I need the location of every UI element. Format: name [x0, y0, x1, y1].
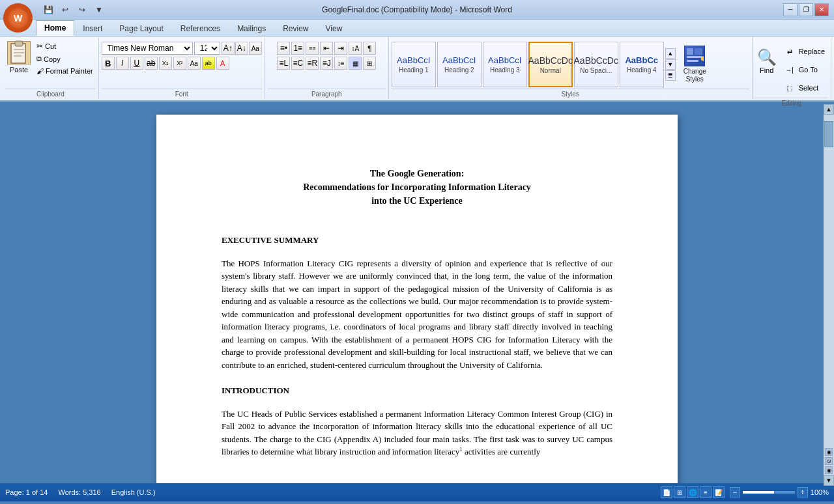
- replace-icon: ⇄: [783, 45, 796, 58]
- sort-button[interactable]: ↕A: [349, 42, 362, 55]
- styles-scroll-down[interactable]: ▼: [665, 59, 676, 70]
- window-title: GoogleFinal.doc (Compatibility Mode) - M…: [322, 5, 512, 14]
- restore-button[interactable]: ❐: [799, 3, 813, 16]
- superscript-button[interactable]: X²: [173, 57, 186, 70]
- zoom-slider-track[interactable]: [743, 491, 795, 494]
- undo-button[interactable]: ↩: [58, 3, 72, 16]
- increase-indent-button[interactable]: ⇥: [334, 42, 347, 55]
- style-heading2[interactable]: AaBbCcI Heading 2: [437, 42, 482, 87]
- styles-scroll-up[interactable]: ▲: [665, 48, 676, 59]
- italic-button[interactable]: I: [116, 57, 129, 70]
- tab-review[interactable]: Review: [274, 21, 317, 36]
- style-no-spacing-label: No Spaci...: [580, 67, 612, 74]
- format-painter-button[interactable]: 🖌 Format Painter: [34, 66, 96, 76]
- align-right-button[interactable]: ≡R: [306, 57, 319, 70]
- style-heading3[interactable]: AaBbCcI Heading 3: [483, 42, 527, 87]
- decrease-indent-button[interactable]: ⇤: [320, 42, 333, 55]
- underline-button[interactable]: U: [130, 57, 143, 70]
- outline-button[interactable]: ≡: [700, 486, 712, 498]
- tab-view[interactable]: View: [317, 21, 351, 36]
- scroll-select-object[interactable]: ⊙: [825, 457, 833, 465]
- tab-mailings[interactable]: Mailings: [229, 21, 274, 36]
- show-formatting-button[interactable]: ¶: [363, 42, 376, 55]
- change-case-button[interactable]: Aa: [188, 57, 201, 70]
- paste-button[interactable]: Paste: [5, 39, 33, 76]
- intro-paragraph-text: The UC Heads of Public Services establis…: [222, 409, 612, 457]
- styles-more[interactable]: ≣: [665, 70, 676, 81]
- decrease-font-size-button[interactable]: A↓: [235, 42, 248, 55]
- find-button[interactable]: 🔍 Find: [755, 42, 779, 81]
- justify-button[interactable]: ≡J: [320, 57, 333, 70]
- style-normal-text: AaBbCcDc: [528, 55, 573, 66]
- editing-group-label: Editing: [755, 98, 828, 107]
- close-button[interactable]: ✕: [814, 3, 829, 16]
- style-heading1-label: Heading 1: [399, 66, 429, 74]
- document-container: The Google Generation: Recommendations f…: [0, 102, 834, 483]
- go-to-button[interactable]: →| Go To: [780, 61, 828, 78]
- select-label: Select: [799, 84, 819, 92]
- editing-group: 🔍 Find ⇄ Replace →| Go To ⬚ Select Editi…: [753, 38, 831, 99]
- tab-insert[interactable]: Insert: [74, 21, 111, 36]
- scroll-down-button[interactable]: ▼: [824, 475, 834, 486]
- select-button[interactable]: ⬚ Select: [780, 79, 828, 96]
- zoom-level: 100%: [811, 488, 829, 496]
- borders-button[interactable]: ⊞: [363, 57, 376, 70]
- save-button[interactable]: 💾: [41, 3, 55, 16]
- line-spacing-button[interactable]: ↕≡: [334, 57, 347, 70]
- style-heading2-text: AaBbCcI: [442, 55, 476, 65]
- font-color-button[interactable]: A: [216, 57, 229, 70]
- svg-rect-3: [14, 52, 24, 53]
- title-bar: 💾 ↩ ↪ ▼ GoogleFinal.doc (Compatibility M…: [0, 0, 834, 20]
- cut-button[interactable]: ✂ Cut: [34, 40, 96, 52]
- format-painter-icon: 🖌: [36, 67, 44, 75]
- tab-home[interactable]: Home: [36, 20, 74, 36]
- copy-button[interactable]: ⧉ Copy: [34, 53, 96, 64]
- office-button[interactable]: W: [3, 3, 33, 33]
- numbering-button[interactable]: 1≡: [291, 42, 304, 55]
- tab-references[interactable]: References: [172, 21, 229, 36]
- styles-scroll-container: ▲ ▼ ≣: [665, 48, 676, 81]
- scroll-thumb[interactable]: [824, 121, 833, 147]
- full-screen-button[interactable]: ⊞: [674, 486, 685, 498]
- tab-page-layout[interactable]: Page Layout: [111, 21, 171, 36]
- bold-button[interactable]: B: [102, 57, 115, 70]
- zoom-out-button[interactable]: −: [730, 487, 740, 497]
- style-heading1[interactable]: AaBbCcI Heading 1: [392, 42, 436, 87]
- align-center-button[interactable]: ≡C: [291, 57, 304, 70]
- style-no-spacing[interactable]: AaBbCcDc No Spaci...: [574, 42, 618, 87]
- redo-button[interactable]: ↪: [75, 3, 89, 16]
- draft-button[interactable]: 📝: [713, 486, 725, 498]
- highlight-color-button[interactable]: ab: [202, 57, 215, 70]
- scroll-prev-page[interactable]: ◉: [825, 448, 833, 456]
- bullets-button[interactable]: ≡•: [277, 42, 290, 55]
- style-heading4-text: AaBbCc: [625, 55, 658, 65]
- svg-rect-8: [687, 60, 698, 62]
- font-size-selector[interactable]: 12: [194, 42, 220, 55]
- ribbon-tab-bar: Home Insert Page Layout References Maili…: [0, 20, 834, 36]
- document-title-block: The Google Generation: Recommendations f…: [222, 167, 612, 208]
- zoom-in-button[interactable]: +: [798, 487, 808, 497]
- font-selector[interactable]: Times New Roman: [102, 42, 193, 55]
- minimize-button[interactable]: ─: [783, 3, 798, 16]
- customize-button[interactable]: ▼: [92, 3, 106, 16]
- subscript-button[interactable]: X₂: [159, 57, 172, 70]
- scroll-up-button[interactable]: ▲: [824, 104, 834, 115]
- shading-button[interactable]: ▦: [349, 57, 362, 70]
- multilevel-list-button[interactable]: ≡≡: [306, 42, 319, 55]
- change-styles-button[interactable]: ChangeStyles: [677, 43, 713, 86]
- exec-summary-text: The HOPS Information Literacy CIG repres…: [222, 257, 612, 372]
- right-scrollbar: ▲ ◉ ⊙ ◉ ▼: [824, 104, 834, 486]
- web-layout-button[interactable]: 🌐: [687, 486, 698, 498]
- print-layout-button[interactable]: 📄: [661, 486, 672, 498]
- increase-font-size-button[interactable]: A↑: [222, 42, 235, 55]
- align-left-button[interactable]: ≡L: [277, 57, 290, 70]
- svg-rect-4: [14, 55, 22, 57]
- paragraph-group: ≡• 1≡ ≡≡ ⇤ ⇥ ↕A ¶ ≡L ≡C ≡R ≡J ↕≡ ▦ ⊞ Par…: [265, 38, 389, 99]
- clear-formatting-button[interactable]: Aa: [249, 42, 262, 55]
- replace-button[interactable]: ⇄ Replace: [780, 43, 828, 60]
- style-normal[interactable]: AaBbCcDc Normal: [528, 42, 573, 87]
- strikethrough-button[interactable]: ab: [145, 57, 158, 70]
- style-heading4[interactable]: AaBbCc Heading 4: [620, 42, 664, 87]
- scroll-next-page[interactable]: ◉: [825, 466, 833, 474]
- doc-title-line2: Recommendations for Incorporating Inform…: [222, 180, 612, 194]
